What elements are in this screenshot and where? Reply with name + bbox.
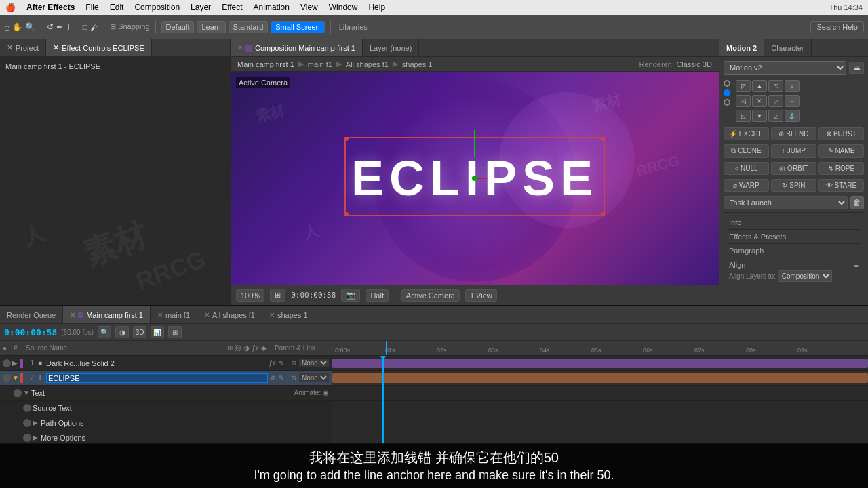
project-tab[interactable]: ✕ Project (0, 39, 46, 56)
composition-menu[interactable]: Composition (134, 3, 180, 12)
edit-menu[interactable]: Edit (110, 3, 124, 12)
sub-text-visibility[interactable] (14, 389, 22, 397)
excite-btn[interactable]: ⚡ EXCITE (724, 127, 769, 140)
resolution-btn[interactable]: ⊞ (270, 289, 285, 302)
hand-tool[interactable]: ✋ (12, 22, 22, 32)
warp-btn[interactable]: ⌀ WARP (724, 179, 769, 192)
null-btn[interactable]: ○ NULL (724, 162, 769, 175)
tl-snap-btn[interactable]: ⊞ (168, 326, 182, 338)
zoom-tool[interactable]: 🔍 (25, 22, 35, 32)
character-tab[interactable]: Character (764, 39, 811, 56)
layer2-switch[interactable]: ⊕ (271, 374, 276, 382)
rope-btn[interactable]: ↯ ROPE (818, 162, 864, 175)
tl-graph-btn[interactable]: 📊 (151, 326, 164, 338)
file-menu[interactable]: File (85, 3, 98, 12)
jump-btn[interactable]: ↑ JUMP (771, 144, 816, 158)
pen-tool[interactable]: ✒ (56, 22, 63, 32)
view-selector[interactable]: Active Camera (401, 289, 460, 302)
radio-2[interactable] (724, 89, 730, 96)
task-delete-btn[interactable]: 🗑 (850, 196, 864, 209)
layer1-expand[interactable]: ▶ (12, 359, 19, 367)
search-help-btn[interactable]: Search Help (810, 21, 864, 33)
ctrl-btn-h[interactable]: ↔ (785, 95, 800, 107)
clone-btn[interactable]: ⧉ CLONE (724, 144, 769, 158)
radio-row-3[interactable] (724, 99, 730, 106)
view-menu[interactable]: View (300, 3, 318, 12)
ctrl-btn-bc[interactable]: ▼ (752, 110, 767, 122)
burst-btn[interactable]: ❋ BURST (818, 127, 864, 140)
layer2-expand[interactable]: ▼ (12, 374, 19, 382)
ctrl-btn-scale[interactable]: ↕ (785, 80, 800, 92)
sub-text-expand[interactable]: ▼ (23, 389, 30, 396)
spin-btn[interactable]: ↻ SPIN (771, 179, 816, 192)
layer1-visibility[interactable] (3, 359, 11, 367)
effect-menu[interactable]: Effect (222, 3, 242, 12)
paragraph-section[interactable]: Paragraph (728, 244, 860, 258)
radio-row-2[interactable] (724, 89, 730, 96)
ctrl-btn-mr[interactable]: ▷ (768, 95, 783, 107)
paint-tool[interactable]: 🖌 (90, 22, 98, 32)
ctrl-btn-ml[interactable]: ◁ (736, 95, 751, 107)
layer1-parent-select[interactable]: None (299, 359, 329, 367)
breadcrumb-item-2[interactable]: main f1 (308, 60, 332, 68)
align-layers-select[interactable]: Composition (778, 270, 832, 282)
timeline-playhead[interactable] (382, 356, 384, 443)
path-options-visibility[interactable] (23, 419, 31, 427)
task-launch-select[interactable]: Task Launch (724, 196, 848, 209)
motion-tab[interactable]: Motion 2 (719, 39, 764, 56)
ctrl-btn-anchor[interactable]: ⚓ (785, 110, 800, 122)
name-btn[interactable]: ✎ NAME (818, 144, 864, 158)
view-count-btn[interactable]: 1 View (465, 289, 497, 302)
comp-tab-main[interactable]: ✕ Composition Main camp first 1 (231, 39, 363, 56)
close-icon[interactable]: ✕ (7, 43, 13, 52)
breadcrumb-item-4[interactable]: shapes 1 (402, 60, 433, 68)
ctrl-btn-mc[interactable]: ✕ (752, 95, 767, 107)
mountain-icon[interactable]: ⛰ (849, 62, 864, 74)
radio-3[interactable] (724, 99, 730, 106)
source-text-visibility[interactable] (23, 404, 31, 412)
more-options-expand[interactable]: ▶ (33, 434, 39, 441)
layer2-parent-select[interactable]: None (299, 373, 329, 382)
ctrl-btn-tl[interactable]: ◸ (736, 80, 751, 92)
quality-selector[interactable]: Half (366, 289, 389, 302)
help-menu[interactable]: Help (368, 3, 385, 12)
tl-search-btn[interactable]: 🔍 (98, 326, 111, 338)
motion-version-select[interactable]: Motion v2 (724, 61, 846, 75)
layer1-fx[interactable]: ƒx (269, 359, 276, 367)
close-tl-4[interactable]: ✕ (269, 311, 275, 319)
layer2-name-input[interactable] (46, 373, 268, 383)
camera-btn[interactable]: 📷 (341, 289, 360, 302)
shape-tool[interactable]: □ (83, 22, 87, 32)
app-name-menu[interactable]: After Effects (26, 3, 75, 12)
blend-btn[interactable]: ⊕ BLEND (771, 127, 816, 140)
timeline-ruler[interactable]: 0:00s 01s 02s 03s 04s 05s 06s 07s 08s 09… (332, 341, 868, 356)
main-f1-tab[interactable]: ✕ main f1 (151, 306, 197, 323)
radio-row-1[interactable] (724, 80, 730, 87)
all-shapes-tab[interactable]: ✕ All shapes f1 (197, 306, 262, 323)
close-icon-comp[interactable]: ✕ (237, 44, 243, 52)
stare-btn[interactable]: 👁 STARE (818, 179, 864, 192)
render-queue-tab[interactable]: Render Queue (0, 306, 63, 323)
layer-tab[interactable]: Layer (none) (363, 39, 419, 56)
home-btn[interactable]: ⌂ (4, 22, 9, 33)
workspace-default[interactable]: Default (161, 21, 195, 33)
tl-3d-btn[interactable]: 3D (133, 326, 146, 338)
ctrl-btn-tc[interactable]: ▲ (752, 80, 767, 92)
window-menu[interactable]: Window (329, 3, 358, 12)
rotate-tool[interactable]: ↺ (47, 22, 54, 32)
orbit-btn[interactable]: ◎ ORBIT (771, 162, 816, 175)
ctrl-btn-tr[interactable]: ◹ (768, 80, 783, 92)
align-menu-icon[interactable]: ≡ (854, 261, 859, 269)
info-section[interactable]: Info (728, 216, 860, 230)
effects-presets-section[interactable]: Effects & Presets (728, 230, 860, 244)
layer-menu[interactable]: Layer (191, 3, 211, 12)
workspace-standard[interactable]: Standard (229, 21, 269, 33)
shapes1-tab[interactable]: ✕ shapes 1 (262, 306, 315, 323)
more-options-visibility[interactable] (23, 434, 31, 442)
layer2-visibility[interactable] (3, 374, 11, 382)
align-section[interactable]: Align ≡ Align Layers to: Composition (728, 258, 860, 285)
close-icon-2[interactable]: ✕ (53, 43, 59, 52)
apple-menu[interactable]: 🍎 (5, 3, 16, 12)
close-tl-3[interactable]: ✕ (204, 311, 210, 319)
path-options-expand[interactable]: ▶ (33, 419, 39, 426)
